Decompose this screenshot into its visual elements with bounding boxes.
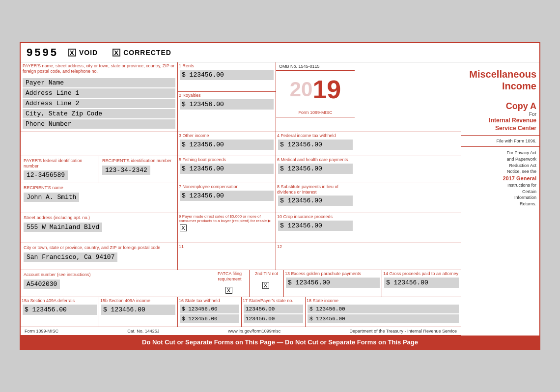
recipient-id-cell: RECIPIENT'S identification number 123-34…: [99, 156, 178, 183]
row-ids-box5-6: PAYER'S federal identification number 12…: [21, 156, 461, 183]
city-label: City or town, state or province, country…: [22, 244, 176, 252]
payer-phone-value: Phone Number: [23, 119, 175, 129]
city-cell: City or town, state or province, country…: [21, 243, 178, 270]
privacy-bold: 2017 General: [503, 175, 537, 181]
omb-number: OMB No. 1545-0115: [276, 62, 355, 71]
recipient-id-label: RECIPIENT'S identification number: [100, 157, 176, 165]
year-prefix: 20: [290, 78, 313, 101]
misc-income-area: Miscellaneous Income: [461, 62, 539, 98]
corrected-checkbox-group: X CORRECTED: [112, 49, 171, 56]
sidebar-privacy-text: For Privacy Act and Paperwork Reduction …: [461, 147, 539, 210]
form-left: PAYER'S name, street address, city or to…: [21, 62, 461, 336]
box15b-value: $ 123456.00: [101, 305, 175, 315]
row-city-box11-12: City or town, state or province, country…: [21, 243, 461, 270]
box16-label: 16 State tax withheld: [179, 298, 240, 304]
cut-notice: Do Not Cut or Separate Forms on This Pag…: [21, 336, 539, 349]
void-corrected-area: X VOID X CORRECTED: [68, 49, 171, 56]
payer-id-cell: PAYER'S federal identification number 12…: [21, 156, 99, 183]
box3-label: 3 Other income: [179, 133, 275, 139]
box15a-label: 15a Section 409A deferrals: [22, 298, 98, 304]
form-number: 9595: [27, 46, 58, 59]
box15a-value: $ 123456.00: [23, 305, 97, 315]
copy-irs-label: Internal Revenue Service Center: [464, 117, 536, 132]
box2-label: 2 Royalties: [179, 93, 275, 98]
box18-cell: 18 State income $ 123456.00 $ 123456.00: [306, 297, 461, 327]
recipient-name-cell: RECIPIENT'S name John A. Smith: [21, 183, 178, 213]
copy-for-label: For: [464, 112, 536, 117]
tin-checkbox: X: [262, 282, 269, 289]
recipient-name-label: RECIPIENT'S name: [22, 184, 176, 192]
omb-year-area: OMB No. 1545-0115 20 19 Form 1099-MISC: [276, 62, 355, 132]
box5-label: 5 Fishing boat proceeds: [179, 157, 275, 163]
box8-cell: 8 Substitute payments in lieu of dividen…: [276, 183, 355, 213]
account-value: A5402030: [24, 280, 60, 289]
void-checkbox-group: X VOID: [68, 49, 98, 56]
box18-val2: $ 123456.00: [308, 314, 459, 323]
account-cell: Account number (see instructions) A54020…: [21, 270, 210, 297]
corrected-label: CORRECTED: [123, 49, 171, 56]
box7-label: 7 Nonemployee compensation: [179, 184, 275, 190]
box1-value: $ 123456.00: [180, 70, 274, 80]
box10-cell: 10 Crop insurance proceeds $ 123456.00: [276, 213, 355, 243]
fatca-label: FATCA filing requirement: [211, 271, 248, 282]
recipient-id-value: 123-34-2342: [102, 166, 150, 175]
payer-name-value: Payer Name: [23, 78, 175, 87]
corrected-checkbox[interactable]: X: [112, 49, 120, 56]
box17-cell: 17 State/Payer's state no. 123456.00 123…: [242, 297, 306, 327]
box18-val1: $ 123456.00: [308, 305, 459, 313]
box4-value: $ 123456.00: [278, 140, 353, 150]
row-payer-top: PAYER'S name, street address, city or to…: [21, 62, 461, 132]
box11-label: 11: [179, 244, 275, 250]
box1-label: 1 Rents: [179, 63, 275, 69]
box8-value: $ 123456.00: [278, 196, 353, 206]
box14-label: 14 Gross proceeds paid to an attorney: [383, 271, 460, 277]
payer-addr2-value: Address Line 2: [23, 99, 175, 108]
privacy-inst4: Returns.: [520, 201, 536, 206]
year-suffix: 19: [312, 75, 341, 104]
box10-value: $ 123456.00: [278, 221, 353, 231]
box14-value: $ 123456.00: [384, 278, 459, 288]
account-label: Account number (see instructions): [22, 271, 209, 279]
corrected-check-mark: X: [114, 49, 119, 56]
privacy-line1: For Privacy Act: [506, 150, 536, 155]
payer-id-label: PAYER'S federal identification number: [22, 157, 98, 170]
payer-block: PAYER'S name, street address, city or to…: [21, 62, 178, 132]
box6-cell: 6 Medical and health care payments $ 123…: [276, 156, 355, 183]
box17-label: 17 State/Payer's state no.: [243, 298, 304, 304]
fatca-checkbox: X: [225, 287, 232, 294]
box1-2-area: 1 Rents $ 123456.00 2 Royalties $ 123456…: [178, 62, 276, 132]
box1-cell: 1 Rents $ 123456.00: [178, 62, 276, 92]
tin-cell: 2nd TIN not X: [250, 270, 284, 297]
misc-income-title: Miscellaneous Income: [464, 68, 536, 92]
row-box3-4: 3 Other income $ 123456.00 4 Federal inc…: [21, 132, 461, 156]
box16-cell: 16 State tax withheld $ 123456.00 $ 1234…: [178, 297, 242, 327]
box6-value: $ 123456.00: [278, 164, 353, 174]
form-1099-misc: 9595 X VOID X CORRECTED P: [20, 42, 540, 350]
box4-label: 4 Federal income tax withheld: [277, 133, 354, 139]
form-main: PAYER'S name, street address, city or to…: [21, 62, 539, 336]
box11-cell: 11: [178, 243, 276, 270]
box13-label: 13 Excess golden parachute payments: [285, 271, 381, 277]
privacy-line4: Notice, see the: [507, 169, 536, 174]
box18-label: 18 State income: [307, 298, 460, 304]
box13-value: $ 123456.00: [286, 278, 380, 288]
box9-label: 9 Payer made direct sales of $5,000 or m…: [179, 214, 275, 224]
payer-id-value: 12-3456589: [24, 170, 68, 180]
footer-dept: Department of the Treasury - Internal Re…: [349, 329, 457, 334]
box12-cell: 12: [276, 243, 355, 270]
payer-city-value: City, State Zip Code: [23, 109, 175, 118]
box5-cell: 5 Fishing boat proceeds $ 123456.00: [178, 156, 276, 183]
box16-val2: $ 123456.00: [180, 314, 239, 323]
row-street-box9-10: Street address (including apt. no.) 555 …: [21, 213, 461, 243]
form-name-display: Form 1099-MISC: [276, 108, 355, 117]
payer-info: Payer Name Address Line 1 Address Line 2…: [21, 75, 177, 132]
privacy-line2: and Paperwork: [506, 157, 536, 162]
footer-cat: Cat. No. 14425J: [127, 329, 159, 334]
tin-label: 2nd TIN not: [251, 271, 282, 277]
box9-cell: 9 Payer made direct sales of $5,000 or m…: [178, 213, 276, 243]
box2-cell: 2 Royalties $ 123456.00: [178, 92, 276, 121]
box10-label: 10 Crop insurance proceeds: [277, 214, 354, 220]
box14-cell: 14 Gross proceeds paid to an attorney $ …: [382, 270, 461, 297]
void-checkbox[interactable]: X: [68, 49, 76, 56]
box12-label: 12: [277, 244, 354, 250]
